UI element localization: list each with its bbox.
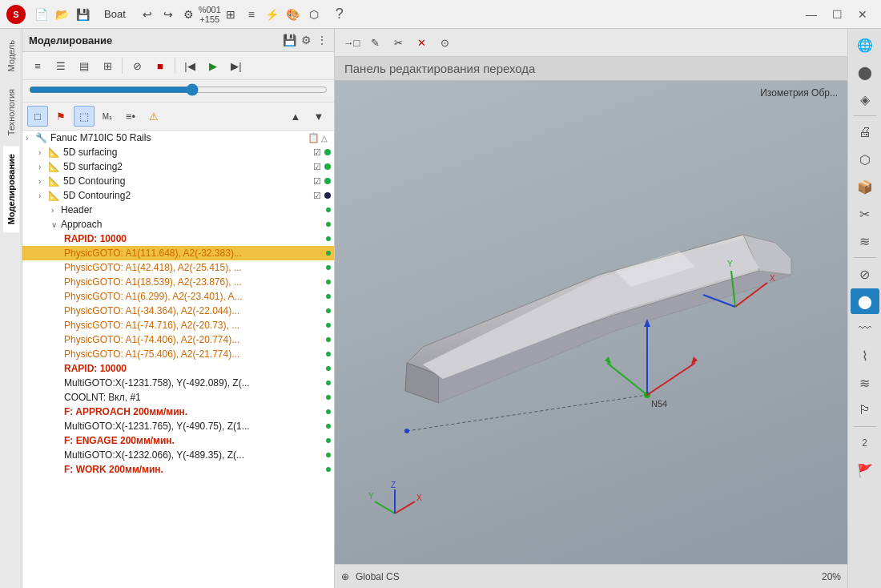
num2-icon[interactable]: 2: [851, 430, 879, 456]
redo-btn[interactable]: ↪: [159, 6, 177, 23]
tool2-btn[interactable]: ⊞: [222, 6, 239, 23]
tree-item-multigoto2[interactable]: MultiGOTO:X(-1231.765), Y(-490.75), Z(1.…: [22, 419, 334, 433]
tree-item-coolnt[interactable]: COOLNT: Вкл, #1: [22, 390, 334, 405]
boat-3d-svg: N54 X Y: [359, 147, 823, 499]
undo-btn[interactable]: ↩: [139, 6, 156, 23]
tree-item-physic8[interactable]: PhysicGOTO: A1(-75.406), A2(-21.774)...: [22, 347, 334, 361]
stop-btn[interactable]: ■: [150, 55, 171, 76]
menu-lines-btn[interactable]: ≡: [27, 55, 48, 76]
circle-cut-icon[interactable]: ⊘: [851, 261, 879, 287]
tab-model[interactable]: Модель: [3, 32, 19, 79]
tree-item-f-engage[interactable]: F: ENGAGE 200мм/мин.: [22, 433, 334, 448]
tree-item-physic7[interactable]: PhysicGOTO: A1(-74.406), A2(-20.774)...: [22, 332, 334, 347]
move-down-btn[interactable]: ▼: [308, 106, 329, 127]
play-btn[interactable]: ▶: [203, 55, 223, 76]
marker-icon[interactable]: 🚩: [851, 457, 879, 483]
tool4-btn[interactable]: ⚡: [263, 6, 281, 23]
blue-dot-icon[interactable]: ⬤: [851, 288, 879, 314]
close-btn[interactable]: ✕: [851, 2, 875, 26]
grid-btn[interactable]: ⊞: [97, 55, 118, 76]
right-sep1: [854, 115, 876, 116]
tree-item-physic1[interactable]: PhysicGOTO: A1(111.648), A2(-32.383)...: [22, 246, 334, 260]
tree-item-5d-cont1[interactable]: › 📐 5D Contouring ☑: [22, 174, 334, 188]
warn-btn[interactable]: ⚠: [143, 106, 164, 127]
x-axis: [647, 363, 695, 395]
panel-save-icon[interactable]: 💾: [283, 34, 296, 46]
m1-btn[interactable]: M₁: [97, 106, 118, 127]
n54-label: N54: [651, 399, 667, 409]
panel-settings-icon[interactable]: ⚙: [301, 34, 312, 46]
cancel-sim-btn[interactable]: ⊘: [127, 55, 147, 76]
first-btn[interactable]: |◀: [179, 55, 200, 76]
tool1-btn[interactable]: %001+155: [201, 6, 219, 23]
tree-item-5d-cont2[interactable]: › 📐 5D Contouring2 ☑: [22, 188, 334, 203]
globe-icon[interactable]: 🌐: [851, 32, 879, 58]
vp-target-btn[interactable]: ⊙: [434, 32, 455, 53]
tree-item-rapid1[interactable]: RAPID: 10000: [22, 232, 334, 246]
cut-r-icon[interactable]: ✂: [851, 201, 879, 227]
tool5-btn[interactable]: 🎨: [284, 6, 302, 23]
list2-btn[interactable]: ▤: [74, 55, 95, 76]
file-toolbar: 📄 📂 💾: [32, 6, 91, 23]
new-file-btn[interactable]: 📄: [32, 6, 50, 23]
flag-btn[interactable]: ⚑: [50, 106, 71, 127]
zigzag-icon[interactable]: ⌇: [851, 343, 879, 369]
axes-svg: X Y Z: [367, 481, 423, 530]
vp-arrow-btn[interactable]: →□: [341, 32, 362, 53]
frame-btn[interactable]: ⬚: [74, 106, 95, 127]
wave2-icon[interactable]: ≋: [851, 370, 879, 396]
vp-edit-btn[interactable]: ✎: [364, 32, 385, 53]
tree-item-5d-surf2[interactable]: › 📐 5D surfacing2 ☑: [22, 159, 334, 174]
titlebar: S 📄 📂 💾 Boat ↩ ↪ ⚙ %001+155 ⊞ ≡ ⚡ 🎨 ⬡ ? …: [0, 0, 881, 29]
boat-deck: [423, 239, 759, 379]
list1-btn[interactable]: ☰: [50, 55, 71, 76]
tool6-btn[interactable]: ⬡: [305, 6, 323, 23]
hex-icon[interactable]: ⬡: [851, 147, 879, 172]
tree-item-f-work[interactable]: F: WORK 200мм/мин.: [22, 462, 334, 477]
tree-item-physic4[interactable]: PhysicGOTO: A1(6.299), A2(-23.401), A...: [22, 289, 334, 304]
tree-item-approach[interactable]: ∨ Approach: [22, 217, 334, 232]
tree-item-rapid2[interactable]: RAPID: 10000: [22, 361, 334, 376]
tree-item-physic5[interactable]: PhysicGOTO: A1(-34.364), A2(-22.044)...: [22, 304, 334, 318]
tree-item-header[interactable]: › Header: [22, 203, 334, 217]
save-file-btn[interactable]: 💾: [74, 6, 91, 23]
open-file-btn[interactable]: 📂: [53, 6, 70, 23]
tab-technology[interactable]: Технология: [3, 81, 19, 143]
cube-icon[interactable]: ◈: [851, 87, 879, 112]
tool3-btn[interactable]: ≡: [243, 6, 260, 23]
minimize-btn[interactable]: —: [799, 2, 823, 26]
main-toolbar: ↩ ↪ ⚙ %001+155 ⊞ ≡ ⚡ 🎨 ⬡: [139, 6, 323, 23]
tree-item-multigoto1[interactable]: MultiGOTO:X(-1231.758), Y(-492.089), Z(.…: [22, 376, 334, 390]
flag-r-icon[interactable]: 🏳: [851, 397, 879, 423]
viewport-content[interactable]: Изометрия Обр...: [335, 81, 847, 564]
tree-item-f-approach[interactable]: F: APPROACH 200мм/мин.: [22, 405, 334, 419]
curve-icon[interactable]: 〰: [851, 316, 879, 341]
tree-item-physic2[interactable]: PhysicGOTO: A1(42.418), A2(-25.415), ...: [22, 260, 334, 275]
box3d-icon[interactable]: 📦: [851, 174, 879, 199]
tree-item-physic3[interactable]: PhysicGOTO: A1(18.539), A2(-23.876), ...: [22, 275, 334, 289]
last-btn[interactable]: ▶|: [226, 55, 247, 76]
tree-item-machine[interactable]: › 🔧 Fanuc M710IC 50 Rails 📋 △: [22, 131, 334, 145]
box-select-btn[interactable]: □: [27, 106, 48, 127]
footer-zoom: 20%: [822, 571, 841, 582]
left-panel: Моделирование 💾 ⚙ ⋮ ≡ ☰ ▤ ⊞ ⊘ ■ |◀ ▶ ▶| …: [22, 29, 335, 588]
panel-menu-icon[interactable]: ⋮: [316, 34, 328, 46]
print-icon[interactable]: 🖨: [851, 119, 879, 145]
move-up-btn[interactable]: ▲: [285, 106, 306, 127]
sphere-icon[interactable]: ⬤: [851, 59, 879, 85]
wave-icon[interactable]: ≋: [851, 228, 879, 254]
viewport: →□ ✎ ✂ ✕ ⊙ Панель редактирования переход…: [335, 29, 847, 588]
right-sep3: [854, 426, 876, 427]
tree-item-multigoto3[interactable]: MultiGOTO:X(-1232.066), Y(-489.35), Z(..…: [22, 448, 334, 462]
tab-modeling[interactable]: Моделирование: [3, 146, 19, 232]
tree-item-5d-surf1[interactable]: › 📐 5D surfacing ☑: [22, 145, 334, 159]
tree-item-physic6[interactable]: PhysicGOTO: A1(-74.716), A2(-20.73), ...: [22, 318, 334, 332]
list3-btn[interactable]: ≡•: [120, 106, 141, 127]
vp-cut-btn[interactable]: ✂: [388, 32, 408, 53]
svg-text:Y: Y: [368, 492, 374, 501]
help-icon[interactable]: ?: [336, 6, 344, 22]
maximize-btn[interactable]: ☐: [825, 2, 849, 26]
progress-slider[interactable]: [29, 83, 328, 96]
vp-close-btn[interactable]: ✕: [411, 32, 432, 53]
settings-btn[interactable]: ⚙: [180, 6, 198, 23]
